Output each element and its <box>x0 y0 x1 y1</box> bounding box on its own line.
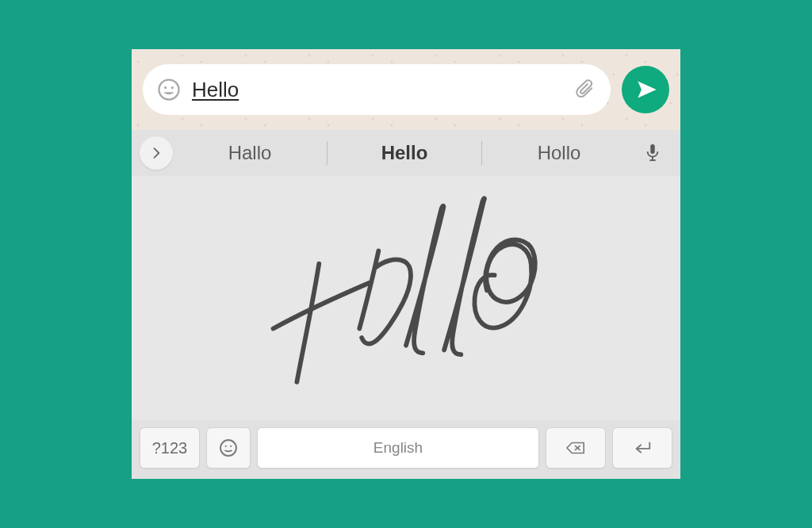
suggestion-1[interactable]: Hello <box>327 139 481 167</box>
svg-point-6 <box>220 440 236 456</box>
spacebar-key[interactable]: English <box>257 427 539 469</box>
svg-point-1 <box>164 86 167 89</box>
device-frame: Hello Hallo Hello <box>132 49 680 479</box>
message-input[interactable]: Hello <box>192 78 563 102</box>
emoji-key[interactable] <box>206 427 251 469</box>
attach-icon[interactable] <box>574 78 596 101</box>
suggestion-2[interactable]: Hollo <box>482 139 636 167</box>
suggestion-0[interactable]: Hallo <box>173 139 327 167</box>
svg-point-2 <box>171 86 174 89</box>
handwriting-canvas[interactable] <box>132 176 680 420</box>
svg-rect-3 <box>650 144 655 154</box>
symbols-key[interactable]: ?123 <box>140 427 200 469</box>
keyboard-panel: Hallo Hello Hollo <box>132 130 680 479</box>
emoji-icon[interactable] <box>157 78 181 101</box>
expand-suggestions-button[interactable] <box>140 136 173 170</box>
enter-key[interactable] <box>612 427 672 469</box>
send-button[interactable] <box>622 66 669 113</box>
svg-point-8 <box>230 446 232 447</box>
handwriting-stroke <box>132 176 680 420</box>
microphone-button[interactable] <box>636 143 669 163</box>
svg-point-0 <box>159 80 179 100</box>
chat-input-bar: Hello <box>132 49 680 130</box>
suggestion-row: Hallo Hello Hollo <box>132 130 680 176</box>
backspace-key[interactable] <box>546 427 606 469</box>
message-input-pill[interactable]: Hello <box>143 64 611 115</box>
keyboard-bottom-row: ?123 English <box>132 420 680 479</box>
suggestions-list: Hallo Hello Hollo <box>173 130 636 176</box>
svg-point-7 <box>225 446 227 447</box>
